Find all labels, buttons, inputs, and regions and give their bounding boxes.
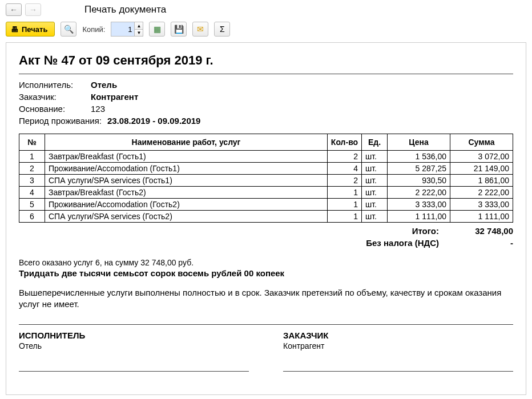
cell-num: 6: [19, 211, 45, 223]
cell-num: 1: [19, 151, 45, 163]
tax-label: Без налога (НДС): [348, 238, 439, 248]
basis-value: 123: [91, 104, 105, 114]
tax-value: -: [456, 238, 513, 248]
cell-price: 3 333,00: [388, 199, 450, 211]
executor-signature: ИСПОЛНИТЕЛЬ Отель: [19, 331, 249, 372]
forward-button[interactable]: →: [25, 3, 41, 16]
table-row: 1Завтрак/Breakfast (Гость1)2шт.1 536,003…: [19, 151, 513, 163]
table-row: 2Проживание/Accomodation (Гость1)4шт.5 2…: [19, 163, 513, 175]
customer-sig-line: [283, 371, 513, 372]
total-label: Итого:: [348, 226, 439, 236]
copies-label: Копий:: [82, 25, 105, 34]
print-button-label: Печать: [22, 25, 47, 34]
cell-price: 2 222,00: [388, 187, 450, 199]
print-button[interactable]: 🖶 Печать: [6, 22, 55, 37]
cell-num: 3: [19, 175, 45, 187]
email-button[interactable]: ✉: [192, 22, 208, 37]
cell-qty: 1: [328, 211, 362, 223]
customer-value: Контрагент: [91, 92, 138, 102]
preview-button[interactable]: 🔍: [61, 22, 76, 37]
customer-label: Заказчик:: [19, 92, 87, 102]
save-button[interactable]: 💾: [171, 22, 187, 37]
cell-sum: 1 111,00: [450, 211, 513, 223]
cell-sum: 3 333,00: [450, 199, 513, 211]
cell-qty: 2: [328, 175, 362, 187]
cell-price: 1 111,00: [388, 211, 450, 223]
executor-role: ИСПОЛНИТЕЛЬ: [19, 331, 249, 340]
cell-name: Завтрак/Breakfast (Гость1): [45, 151, 328, 163]
cell-sum: 3 072,00: [450, 151, 513, 163]
table-row: 3СПА услуги/SPA services (Гость1)2шт.930…: [19, 175, 513, 187]
floppy-icon: 💾: [174, 25, 184, 34]
customer-sig-name: Контрагент: [283, 341, 513, 350]
cell-unit: шт.: [362, 187, 388, 199]
items-table: № Наименование работ, услуг Кол-во Ед. Ц…: [19, 134, 513, 223]
back-button[interactable]: ←: [6, 3, 22, 16]
confirmation-text: Вышеперечисленные услуги выполнены полно…: [19, 287, 513, 311]
summary-count: Всего оказано услуг 6, на сумму 32 748,0…: [19, 258, 513, 267]
cell-unit: шт.: [362, 151, 388, 163]
cell-num: 5: [19, 199, 45, 211]
executor-sig-line: [19, 371, 249, 372]
total-value: 32 748,00: [456, 226, 513, 236]
document-preview: Акт № 47 от 09 сентября 2019 г. Исполнит…: [6, 42, 526, 395]
executor-label: Исполнитель:: [19, 80, 87, 90]
executor-sig-name: Отель: [19, 341, 249, 350]
doc-title: Акт № 47 от 09 сентября 2019 г.: [19, 53, 513, 68]
table-row: 5Проживание/Accomodation (Гость2)1шт.3 3…: [19, 199, 513, 211]
copies-up-button[interactable]: ▲: [135, 22, 143, 29]
col-sum: Сумма: [450, 134, 513, 151]
cell-name: Проживание/Accomodation (Гость2): [45, 199, 328, 211]
cell-qty: 2: [328, 151, 362, 163]
cell-name: СПА услуги/SPA services (Гость2): [45, 211, 328, 223]
table-row: 4Завтрак/Breakfast (Гость2)1шт.2 222,002…: [19, 187, 513, 199]
cell-name: Завтрак/Breakfast (Гость2): [45, 187, 328, 199]
table-edit-icon: ▦: [154, 25, 161, 34]
period-value: 23.08.2019 - 09.09.2019: [107, 116, 200, 126]
signature-divider: [19, 324, 513, 325]
executor-value: Отель: [91, 80, 117, 90]
divider: [19, 74, 513, 74]
cell-unit: шт.: [362, 211, 388, 223]
page-title: Печать документа: [84, 4, 166, 15]
cell-qty: 4: [328, 163, 362, 175]
envelope-icon: ✉: [197, 25, 204, 34]
col-price: Цена: [388, 134, 450, 151]
magnifier-icon: 🔍: [64, 25, 74, 34]
summary-words: Тридцать две тысячи семьсот сорок восемь…: [19, 268, 513, 278]
col-unit: Ед.: [362, 134, 388, 151]
col-num: №: [19, 134, 45, 151]
col-qty: Кол-во: [328, 134, 362, 151]
copies-input[interactable]: [111, 22, 134, 36]
cell-unit: шт.: [362, 175, 388, 187]
copies-spinner[interactable]: ▲ ▼: [111, 22, 143, 37]
cell-qty: 1: [328, 187, 362, 199]
sigma-icon: Σ: [220, 25, 225, 34]
cell-unit: шт.: [362, 163, 388, 175]
cell-qty: 1: [328, 199, 362, 211]
cell-name: Проживание/Accomodation (Гость1): [45, 163, 328, 175]
cell-unit: шт.: [362, 199, 388, 211]
basis-label: Основание:: [19, 104, 87, 114]
customer-signature: ЗАКАЗЧИК Контрагент: [283, 331, 513, 372]
cell-num: 2: [19, 163, 45, 175]
customer-role: ЗАКАЗЧИК: [283, 331, 513, 340]
copies-down-button[interactable]: ▼: [135, 29, 143, 36]
cell-sum: 21 149,00: [450, 163, 513, 175]
cell-price: 1 536,00: [388, 151, 450, 163]
sum-button[interactable]: Σ: [214, 22, 230, 37]
printer-icon: 🖶: [11, 25, 18, 34]
cell-sum: 2 222,00: [450, 187, 513, 199]
col-name: Наименование работ, услуг: [45, 134, 328, 151]
cell-price: 5 287,25: [388, 163, 450, 175]
cell-name: СПА услуги/SPA services (Гость1): [45, 175, 328, 187]
cell-num: 4: [19, 187, 45, 199]
edit-template-button[interactable]: ▦: [149, 22, 165, 37]
cell-price: 930,50: [388, 175, 450, 187]
table-row: 6СПА услуги/SPA services (Гость2)1шт.1 1…: [19, 211, 513, 223]
cell-sum: 1 861,00: [450, 175, 513, 187]
period-label: Период проживания:: [19, 116, 102, 126]
